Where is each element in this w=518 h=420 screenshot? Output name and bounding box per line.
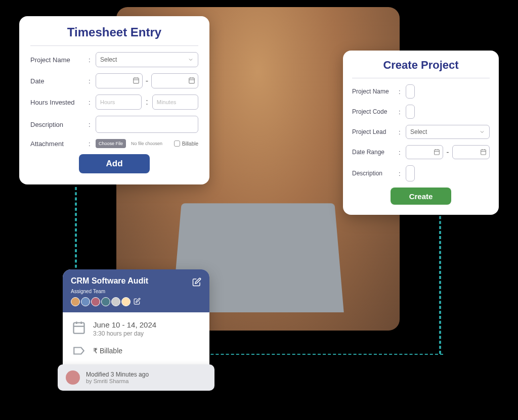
summary-hours: 3:30 hours per day: [93, 330, 156, 337]
proj-lead-select[interactable]: Select: [406, 125, 490, 139]
no-file-text: No file choosen: [131, 141, 162, 146]
timesheet-title: Timesheet Entry: [30, 25, 198, 46]
svg-rect-8: [435, 150, 440, 155]
proj-name-label: Project Name: [352, 88, 399, 95]
modified-by: by Smriti Sharma: [86, 378, 149, 384]
summary-footer: Modified 3 Minutes ago by Smriti Sharma: [58, 364, 214, 391]
proj-lead-label: Project Lead: [352, 128, 399, 135]
billable-text: ₹ Billable: [93, 347, 122, 355]
description-label: Description: [30, 121, 89, 128]
avatar: [101, 297, 110, 306]
svg-rect-12: [481, 150, 486, 155]
svg-rect-16: [74, 323, 84, 334]
chevron-down-icon: [188, 57, 194, 63]
svg-rect-4: [189, 78, 195, 83]
avatar: [111, 297, 120, 306]
add-button[interactable]: Add: [79, 154, 150, 173]
billable-label: Billable: [182, 141, 198, 147]
create-project-card: Create Project Project Name : Project Co…: [343, 51, 499, 215]
avatar: [91, 297, 100, 306]
billable-checkbox[interactable]: [174, 141, 180, 147]
minutes-input[interactable]: Minutes: [152, 95, 198, 110]
modified-time: Modified 3 Minutes ago: [86, 371, 149, 378]
calendar-icon: [434, 149, 440, 155]
date-range-label: Date Range: [352, 149, 399, 156]
calendar-icon: [480, 149, 487, 155]
avatar: [66, 370, 80, 385]
calendar-icon: [188, 77, 195, 84]
avatar: [71, 297, 80, 306]
connector-line: [190, 354, 443, 355]
summary-title: CRM Software Audit: [71, 276, 201, 286]
hours-label: Hours Invested: [30, 99, 89, 106]
create-project-title: Create Project: [352, 59, 490, 78]
proj-code-label: Project Code: [352, 108, 399, 115]
connector-line: [439, 191, 441, 354]
hours-input[interactable]: Hours: [96, 95, 142, 110]
proj-desc-label: Description: [352, 170, 399, 177]
create-button[interactable]: Create: [391, 188, 451, 205]
project-summary-card: CRM Software Audit Assigned Team June 10…: [63, 269, 209, 389]
assigned-avatars: [71, 297, 201, 306]
svg-rect-0: [134, 78, 139, 83]
proj-desc-input[interactable]: [406, 165, 415, 181]
avatar: [81, 297, 90, 306]
summary-header: CRM Software Audit Assigned Team: [63, 269, 209, 312]
project-name-label: Project Name: [30, 56, 89, 64]
chevron-down-icon: [479, 129, 485, 135]
project-select[interactable]: Select: [96, 52, 198, 67]
summary-date: June 10 - 14, 2024: [93, 320, 156, 329]
description-input[interactable]: [96, 116, 198, 133]
choose-file-button[interactable]: Choose File: [96, 139, 126, 148]
assigned-team-label: Assigned Team: [71, 289, 201, 294]
calendar-icon: [72, 320, 86, 335]
edit-icon[interactable]: [192, 277, 201, 287]
add-member-icon[interactable]: [134, 298, 142, 306]
proj-name-input[interactable]: [406, 84, 415, 99]
timesheet-entry-card: Timesheet Entry Project Name : Select Da…: [19, 16, 209, 184]
attachment-label: Attachment: [30, 140, 89, 148]
connector-line: [75, 187, 77, 273]
date-label: Date: [30, 77, 89, 85]
avatar: [121, 297, 131, 306]
proj-code-input[interactable]: [406, 105, 415, 119]
calendar-icon: [133, 77, 140, 84]
tag-icon: [72, 344, 86, 357]
